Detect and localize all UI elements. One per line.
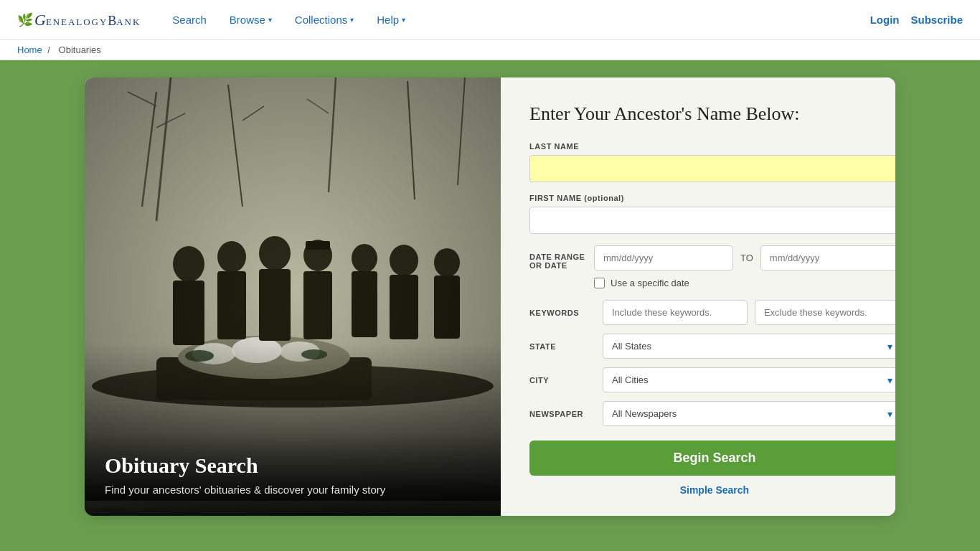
nav-search[interactable]: Search [164, 8, 215, 32]
logo-leaf-icon: 🌿 [17, 12, 33, 28]
header: 🌿 GENEALOGYBANK Search Browse ▾ Collecti… [0, 0, 980, 40]
form-heading: Enter Your Ancestor's Name Below: [529, 103, 895, 125]
keywords-label: KEYWORDS [529, 309, 594, 317]
browse-chevron-icon: ▾ [268, 16, 272, 24]
main-content: Obituary Search Find your ancestors' obi… [0, 60, 980, 533]
logo: 🌿 GENEALOGYBANK [17, 11, 141, 29]
login-link[interactable]: Login [870, 14, 900, 26]
logo-text: GENEALOGYBANK [34, 11, 141, 29]
newspaper-select-wrapper: All Newspapers ▾ [603, 401, 895, 426]
date-range-label: DATE RANGE OR DATE [529, 245, 594, 270]
last-name-group: LAST NAME [529, 142, 895, 182]
nav-browse[interactable]: Browse ▾ [221, 8, 281, 32]
state-group: STATE All States ▾ [529, 334, 895, 359]
date-to-label: TO [740, 253, 753, 263]
breadcrumb-current: Obituaries [59, 44, 101, 55]
nav-collections[interactable]: Collections ▾ [286, 8, 362, 32]
main-nav: Search Browse ▾ Collections ▾ Help ▾ [164, 8, 870, 32]
begin-search-button[interactable]: Begin Search [529, 441, 895, 476]
date-to-input[interactable] [760, 245, 895, 270]
image-subtitle: Find your ancestors' obituaries & discov… [105, 484, 481, 496]
newspaper-label: NEWSPAPER [529, 410, 594, 418]
state-select-wrapper: All States ▾ [603, 334, 895, 359]
newspaper-select[interactable]: All Newspapers [603, 401, 895, 426]
collections-chevron-icon: ▾ [350, 16, 354, 24]
nav-help[interactable]: Help ▾ [368, 8, 414, 32]
date-range-group: DATE RANGE OR DATE TO Use a specific dat… [529, 245, 895, 300]
city-select-wrapper: All Cities ▾ [603, 367, 895, 392]
city-select[interactable]: All Cities [603, 367, 895, 392]
last-name-input[interactable] [529, 155, 895, 182]
subscribe-link[interactable]: Subscribe [910, 14, 963, 26]
image-overlay: Obituary Search Find your ancestors' obi… [85, 433, 501, 516]
city-group: CITY All Cities ▾ [529, 367, 895, 392]
image-title: Obituary Search [105, 453, 481, 478]
state-select[interactable]: All States [603, 334, 895, 359]
first-name-input[interactable] [529, 207, 895, 234]
help-chevron-icon: ▾ [402, 16, 405, 24]
newspaper-group: NEWSPAPER All Newspapers ▾ [529, 401, 895, 426]
specific-date-checkbox[interactable] [594, 278, 605, 288]
first-name-label: FIRST NAME (optional) [529, 194, 895, 202]
state-label: STATE [529, 342, 594, 351]
specific-date-label: Use a specific date [611, 278, 689, 288]
city-label: CITY [529, 376, 594, 385]
first-name-group: FIRST NAME (optional) [529, 194, 895, 234]
include-keywords-input[interactable] [603, 300, 748, 325]
keywords-group: KEYWORDS [529, 300, 895, 325]
last-name-label: LAST NAME [529, 142, 895, 151]
breadcrumb-home[interactable]: Home [17, 44, 42, 55]
breadcrumb-separator: / [47, 44, 50, 55]
header-auth: Login Subscribe [870, 14, 963, 26]
form-panel: Enter Your Ancestor's Name Below: LAST N… [501, 77, 895, 516]
search-card: Obituary Search Find your ancestors' obi… [85, 77, 895, 516]
date-from-input[interactable] [594, 245, 733, 270]
simple-search-link[interactable]: Simple Search [529, 484, 895, 496]
breadcrumb: Home / Obituaries [0, 40, 980, 60]
funeral-image: Obituary Search Find your ancestors' obi… [85, 77, 501, 516]
image-panel: Obituary Search Find your ancestors' obi… [85, 77, 501, 516]
exclude-keywords-input[interactable] [755, 300, 895, 325]
